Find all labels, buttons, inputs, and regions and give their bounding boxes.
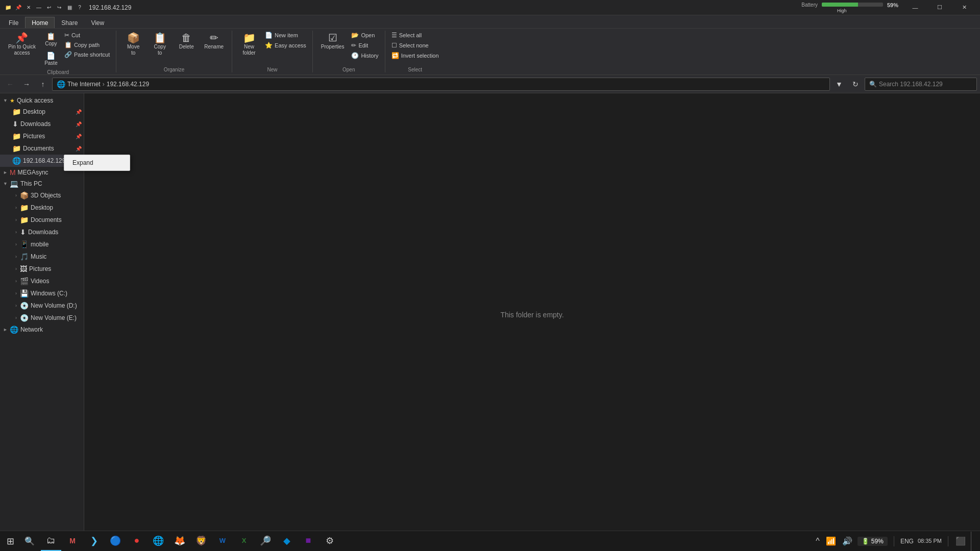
tab-file[interactable]: File [2, 17, 25, 28]
taskbar-tray: ^ 📶 🔊 🔋 59% ENG 08:35 PM ⬛ [815, 532, 980, 551]
taskbar-app-3[interactable]: ◆ [277, 532, 297, 551]
start-button[interactable]: ⊞ [0, 531, 20, 552]
taskbar-app-edge[interactable]: 🌐 [148, 532, 168, 551]
network-label: Network [20, 326, 43, 333]
sidebar-item-videos[interactable]: › 🎬 Videos [0, 275, 84, 287]
path-part-2: 192.168.42.129 [107, 81, 149, 88]
sidebar-section-quick-access[interactable]: ▼ ★ Quick access [0, 95, 84, 106]
taskbar-app-word[interactable]: W [212, 532, 233, 551]
taskbar-app-search2[interactable]: 🔎 [255, 532, 276, 551]
taskbar-app-firefox[interactable]: 🦊 [169, 532, 190, 551]
volume-d-label: New Volume (D:) [31, 302, 82, 309]
new-item-button[interactable]: 📄 New item [263, 31, 308, 40]
select-all-button[interactable]: ☰ Select all [389, 31, 441, 40]
new-item-icon: 📄 [265, 32, 273, 39]
address-path[interactable]: 🌐 The Internet › 192.168.42.129 [52, 78, 830, 91]
sidebar-item-volume-e[interactable]: › 💿 New Volume (E:) [0, 312, 84, 324]
maximize-button[interactable]: ☐ [928, 0, 951, 15]
network-icon: 🌐 [10, 325, 18, 334]
sidebar-item-3d-objects[interactable]: › 📦 3D Objects [0, 189, 84, 202]
docs-pc-chevron: › [15, 217, 17, 222]
documents-pc-label: Documents [31, 216, 82, 223]
sidebar-item-mobile[interactable]: › 📱 mobile [0, 238, 84, 251]
sidebar-item-pictures-pc[interactable]: › 🖼 Pictures [0, 263, 84, 275]
copy-path-button[interactable]: 📋 Copy path [62, 40, 112, 49]
easy-access-icon: ⭐ [265, 42, 273, 49]
tab-home[interactable]: Home [25, 17, 55, 28]
sidebar-item-documents-pc[interactable]: › 📁 Documents [0, 214, 84, 226]
tray-volume-icon[interactable]: 🔊 [841, 535, 853, 547]
tray-wifi-icon[interactable]: 📶 [825, 535, 837, 547]
tray-chevron[interactable]: ^ [815, 536, 821, 547]
dropdown-button[interactable]: ▼ [832, 77, 846, 91]
context-tooltip: Expand [64, 155, 84, 171]
delete-icon: 🗑 [181, 33, 191, 43]
sidebar-item-desktop-pc[interactable]: › 📁 Desktop [0, 202, 84, 214]
taskbar-search-button[interactable]: 🔍 [20, 532, 39, 550]
taskbar-app-vscode[interactable]: ❯ [84, 532, 104, 551]
videos-icon: 🎬 [20, 277, 29, 285]
new-folder-button[interactable]: 📁 Newfolder [236, 31, 262, 58]
taskbar-app-4[interactable]: ■ [298, 532, 318, 551]
paste-button[interactable]: 📄 Paste [41, 50, 61, 68]
sidebar-item-downloads-quick[interactable]: ⬇ Downloads 📌 [0, 118, 84, 130]
history-button[interactable]: 🕐 History [349, 51, 380, 60]
sidebar-item-volume-d[interactable]: › 💿 New Volume (D:) [0, 299, 84, 312]
delete-button[interactable]: 🗑 Delete [174, 31, 199, 52]
sidebar-item-downloads-pc[interactable]: › ⬇ Downloads [0, 226, 84, 238]
taskbar-app-settings[interactable]: ⚙ [320, 532, 340, 551]
refresh-button[interactable]: ↻ [848, 77, 863, 91]
sidebar-item-pictures-quick[interactable]: 📁 Pictures 📌 [0, 130, 84, 142]
properties-button[interactable]: ☑ Properties [317, 31, 349, 52]
rename-button[interactable]: ✏ Rename [200, 31, 228, 52]
copy-to-button[interactable]: 📋 Copyto [147, 31, 173, 58]
sidebar-item-music[interactable]: › 🎵 Music [0, 251, 84, 263]
pin-to-quick-button[interactable]: 📌 Pin to Quickaccess [4, 31, 40, 58]
quick-access-chevron: ▼ [3, 98, 8, 103]
sidebar-item-desktop-quick[interactable]: 📁 Desktop 📌 [0, 106, 84, 118]
easy-access-button[interactable]: ⭐ Easy access [263, 41, 308, 50]
open-button[interactable]: 📂 Open [349, 31, 380, 40]
sidebar-section-network[interactable]: ► 🌐 Network [0, 324, 84, 335]
taskbar-app-mega[interactable]: M [62, 532, 83, 551]
pictures-pc-label: Pictures [29, 265, 82, 272]
move-to-button[interactable]: 📦 Moveto [120, 31, 146, 58]
battery-tray[interactable]: 🔋 59% [857, 537, 888, 546]
ribbon-group-clipboard: 📌 Pin to Quickaccess 📋 Copy 📄 Paste [0, 31, 116, 72]
tray-time[interactable]: 08:35 PM [918, 537, 942, 545]
forward-button[interactable]: → [19, 77, 34, 91]
cut-button[interactable]: ✂ Cut [62, 31, 112, 40]
tray-tablet-icon[interactable]: ⬛ [954, 535, 967, 547]
sidebar-section-this-pc[interactable]: ▼ 💻 This PC [0, 178, 84, 189]
edit-button[interactable]: ✏ Edit [349, 41, 380, 50]
sidebar-item-documents-quick[interactable]: 📁 Documents 📌 [0, 142, 84, 155]
taskbar-app-brave[interactable]: 🦁 [191, 532, 211, 551]
up-button[interactable]: ↑ [36, 77, 50, 91]
new-folder-label: Newfolder [243, 44, 256, 56]
mobile-label: mobile [31, 241, 82, 248]
taskbar-apps: 🗂 M ❯ 🔵 ● 🌐 🦊 🦁 W X 🔎 ◆ ■ ⚙ [41, 532, 340, 551]
taskbar-app-1[interactable]: 🔵 [105, 532, 126, 551]
pin-quick-downloads: 📌 [76, 121, 82, 127]
pictures-pc-icon: 🖼 [20, 265, 27, 273]
close-button[interactable]: ✕ [952, 0, 976, 15]
tray-language[interactable]: ENG [900, 538, 914, 545]
tab-view[interactable]: View [84, 17, 111, 28]
back-button[interactable]: ← [3, 77, 17, 91]
paste-shortcut-button[interactable]: 🔗 Paste shortcut [62, 50, 112, 59]
invert-selection-button[interactable]: 🔁 Invert selection [389, 51, 441, 60]
taskbar-app-file-explorer[interactable]: 🗂 [41, 532, 61, 551]
videos-label: Videos [31, 278, 82, 285]
taskbar-app-excel[interactable]: X [234, 532, 254, 551]
show-desktop-button[interactable] [971, 532, 975, 551]
history-icon: 🕐 [351, 52, 359, 59]
tab-share[interactable]: Share [55, 17, 84, 28]
copy-button[interactable]: 📋 Copy [41, 31, 61, 49]
select-none-button[interactable]: ☐ Select none [389, 41, 441, 50]
search-box[interactable]: 🔍 Search 192.168.42.129 [865, 78, 977, 91]
minimize-button[interactable]: — [903, 0, 927, 15]
sidebar-item-windows-c[interactable]: › 💾 Windows (C:) [0, 287, 84, 299]
taskbar-app-2[interactable]: ● [127, 532, 147, 551]
tooltip-expand[interactable]: Expand [64, 157, 84, 168]
bar-icon: ▦ [65, 4, 74, 12]
